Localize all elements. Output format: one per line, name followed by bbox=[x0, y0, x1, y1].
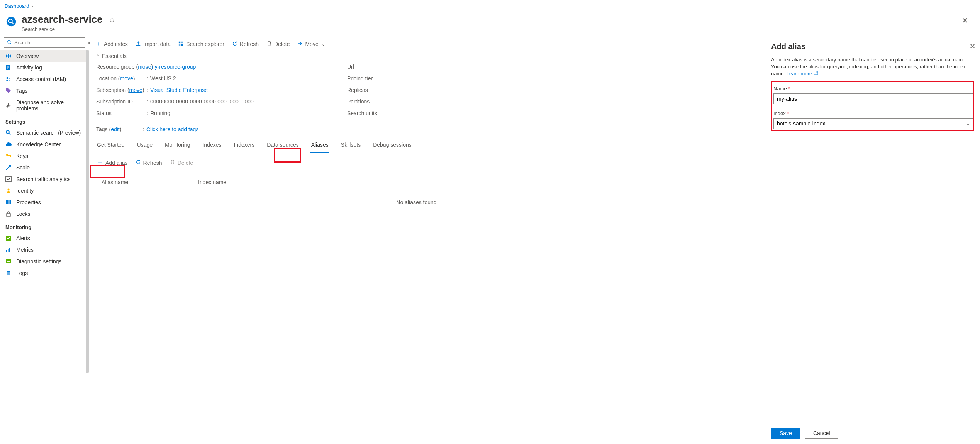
sidebar-item-access-control-iam-[interactable]: Access control (IAM) bbox=[0, 73, 89, 85]
sidebar-scrollbar[interactable] bbox=[86, 50, 89, 373]
sidebar-item-label: Activity log bbox=[16, 64, 42, 71]
page-header: azsearch-service ☆ ⋯ Search service ✕ bbox=[0, 12, 980, 35]
svg-line-4 bbox=[10, 43, 11, 44]
refresh-aliases-button[interactable]: Refresh bbox=[136, 159, 162, 166]
essentials-value[interactable]: my-resource-group bbox=[150, 63, 196, 71]
svg-rect-36 bbox=[136, 45, 141, 46]
svg-point-3 bbox=[8, 40, 10, 43]
delete-alias-button: Delete bbox=[170, 159, 193, 166]
chevron-right-icon: › bbox=[32, 3, 33, 9]
tab-aliases[interactable]: Aliases bbox=[310, 139, 329, 153]
svg-point-15 bbox=[6, 130, 9, 134]
import-data-button[interactable]: Import data bbox=[136, 41, 171, 47]
essentials-toggle[interactable]: ⌃ Essentials bbox=[96, 51, 764, 63]
panel-close-icon[interactable]: ✕ bbox=[970, 42, 975, 51]
tab-debug-sessions[interactable]: Debug sessions bbox=[372, 139, 412, 153]
sidebar-item-tags[interactable]: Tags bbox=[0, 85, 89, 97]
sidebar-item-alerts[interactable]: Alerts bbox=[0, 232, 89, 244]
learn-more-link[interactable]: Learn more bbox=[787, 71, 818, 76]
sidebar-item-label: Overview bbox=[16, 53, 39, 59]
essentials-row: Replicas bbox=[347, 86, 397, 94]
tab-monitoring[interactable]: Monitoring bbox=[164, 139, 191, 153]
tags-edit-link[interactable]: edit bbox=[111, 126, 120, 132]
svg-rect-37 bbox=[179, 41, 180, 43]
sidebar-item-label: Keys bbox=[16, 153, 28, 159]
svg-rect-39 bbox=[179, 44, 180, 45]
sidebar-item-search-traffic-analytics[interactable]: Search traffic analytics bbox=[0, 173, 89, 185]
props-icon bbox=[5, 199, 12, 205]
refresh-button[interactable]: Refresh bbox=[232, 41, 259, 47]
tag-icon bbox=[5, 88, 12, 94]
cancel-button[interactable]: Cancel bbox=[805, 428, 838, 439]
essentials-label: Status bbox=[96, 110, 112, 116]
sidebar-item-label: Semantic search (Preview) bbox=[16, 130, 81, 136]
essentials-label: Replicas bbox=[347, 86, 397, 94]
sidebar-section-settings: Settings bbox=[0, 114, 89, 127]
scale-icon bbox=[5, 164, 12, 171]
tab-indexes[interactable]: Indexes bbox=[202, 139, 222, 153]
tab-get-started[interactable]: Get Started bbox=[96, 139, 125, 153]
sidebar-item-locks[interactable]: Locks bbox=[0, 208, 89, 220]
name-field-label: Name bbox=[773, 86, 787, 92]
sidebar-item-label: Search traffic analytics bbox=[16, 176, 71, 182]
sidebar-item-label: Diagnostic settings bbox=[16, 258, 62, 264]
essentials-label: Location bbox=[96, 75, 117, 81]
alert-icon bbox=[5, 235, 12, 241]
more-icon[interactable]: ⋯ bbox=[121, 15, 128, 24]
move-link[interactable]: move bbox=[120, 75, 133, 81]
sidebar-item-overview[interactable]: Overview bbox=[0, 50, 89, 62]
sidebar-item-diagnose-and-solve-problems[interactable]: Diagnose and solve problems bbox=[0, 97, 89, 114]
svg-point-0 bbox=[7, 17, 16, 26]
sidebar-item-keys[interactable]: Keys bbox=[0, 150, 89, 162]
breadcrumb-root[interactable]: Dashboard bbox=[5, 3, 29, 9]
search-explorer-button[interactable]: Search explorer bbox=[178, 41, 224, 47]
sidebar-item-logs[interactable]: Logs bbox=[0, 267, 89, 279]
search-sm-icon bbox=[5, 130, 12, 136]
wrench-icon bbox=[5, 102, 12, 108]
add-index-button[interactable]: ＋Add index bbox=[96, 41, 128, 47]
sidebar-item-knowledge-center[interactable]: Knowledge Center bbox=[0, 139, 89, 150]
essentials-row: Url bbox=[347, 63, 397, 71]
close-icon[interactable]: ✕ bbox=[962, 14, 975, 25]
tab-data-sources[interactable]: Data sources bbox=[266, 139, 299, 153]
svg-rect-19 bbox=[10, 156, 11, 157]
essentials-value[interactable]: Visual Studio Enterprise bbox=[150, 86, 208, 94]
move-button[interactable]: Move⌄ bbox=[297, 41, 325, 47]
svg-point-12 bbox=[7, 77, 8, 79]
move-link[interactable]: move bbox=[129, 87, 142, 93]
sidebar-item-label: Diagnose and solve problems bbox=[16, 99, 83, 112]
essentials-label: Partitions bbox=[347, 98, 397, 105]
logs-icon bbox=[5, 270, 12, 276]
panel-title: Add alias bbox=[771, 42, 805, 51]
tab-indexers[interactable]: Indexers bbox=[233, 139, 255, 153]
alias-index-select[interactable]: hotels-sample-index bbox=[773, 118, 973, 129]
favorite-icon[interactable]: ☆ bbox=[109, 15, 115, 24]
sidebar-item-identity[interactable]: Identity bbox=[0, 185, 89, 197]
tags-add-link[interactable]: Click here to add tags bbox=[146, 126, 198, 132]
panel-description: An index alias is a secondary name that … bbox=[771, 56, 975, 77]
sidebar-item-properties[interactable]: Properties bbox=[0, 197, 89, 208]
tab-skillsets[interactable]: Skillsets bbox=[340, 139, 361, 153]
sidebar-item-label: Metrics bbox=[16, 247, 34, 253]
sidebar-item-label: Locks bbox=[16, 211, 31, 217]
sidebar-search-input[interactable] bbox=[4, 37, 85, 48]
sidebar-item-label: Properties bbox=[16, 199, 41, 205]
main-content: ＋Add index Import data Search explorer R… bbox=[89, 35, 764, 444]
chevron-down-icon: ⌄ bbox=[322, 42, 325, 47]
sidebar-item-activity-log[interactable]: Activity log bbox=[0, 62, 89, 73]
essentials-label: Url bbox=[347, 63, 397, 71]
add-alias-button[interactable]: ＋Add alias bbox=[97, 159, 128, 167]
save-button[interactable]: Save bbox=[771, 428, 800, 439]
sidebar-item-diagnostic-settings[interactable]: Diagnostic settings bbox=[0, 256, 89, 267]
essentials-label: Pricing tier bbox=[347, 75, 397, 82]
cloud-icon bbox=[5, 141, 12, 147]
sidebar-item-semantic-search-preview-[interactable]: Semantic search (Preview) bbox=[0, 127, 89, 139]
sidebar-item-scale[interactable]: Scale bbox=[0, 162, 89, 173]
sidebar-item-label: Knowledge Center bbox=[16, 141, 61, 147]
sidebar-item-metrics[interactable]: Metrics bbox=[0, 244, 89, 256]
delete-button[interactable]: Delete bbox=[266, 41, 290, 47]
alias-name-input[interactable] bbox=[773, 93, 973, 104]
column-index-name: Index name bbox=[198, 179, 226, 185]
svg-rect-22 bbox=[6, 200, 8, 204]
tab-usage[interactable]: Usage bbox=[136, 139, 153, 153]
